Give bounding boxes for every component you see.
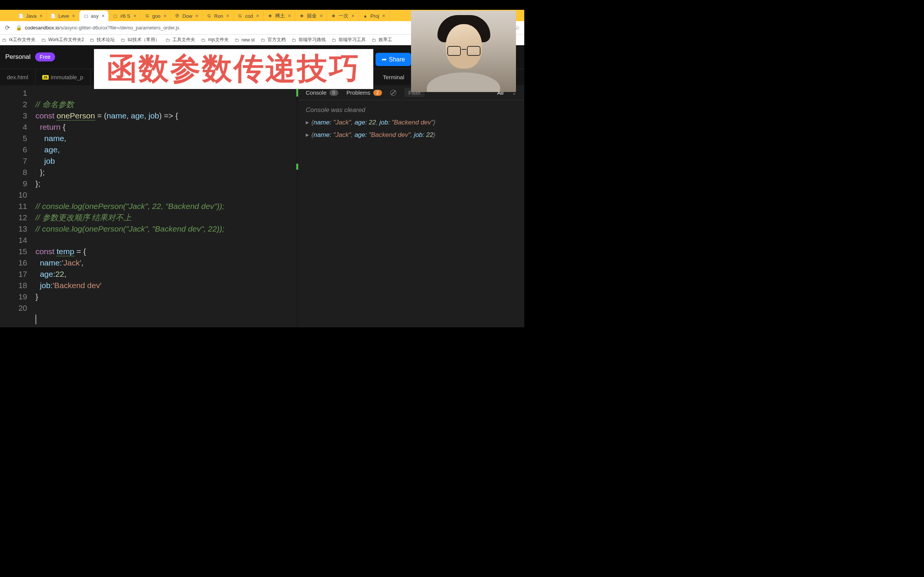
tab-title: Ron [215, 13, 223, 19]
bookmark-label: 前端学习路线 [299, 37, 326, 43]
bookmark-folder[interactable]: 🗀官方文档 [261, 37, 286, 43]
share-button[interactable]: ➦ Share [376, 53, 411, 66]
bookmark-folder[interactable]: 🗀前端学习路线 [292, 37, 326, 43]
js-file-icon: JS [42, 75, 49, 80]
tab-title: goo [152, 13, 160, 19]
lock-icon: 🔒 [16, 25, 22, 31]
tab-title: Leve [58, 13, 69, 19]
tab-title: 稀土 [275, 13, 285, 19]
bookmark-label: 前端学习工具 [339, 37, 366, 43]
tab-title: asy [91, 13, 99, 19]
bookmark-label: new st [242, 37, 255, 43]
browser-tab[interactable]: 📄Java× [15, 11, 47, 21]
favicon: ❋ [331, 13, 336, 19]
favicon: ▲ [362, 13, 368, 19]
share-icon: ➦ [381, 56, 386, 63]
terminal-tab[interactable]: Terminal [376, 74, 411, 80]
favicon: G [207, 13, 212, 19]
browser-tab[interactable]: ▢asy× [79, 11, 108, 21]
favicon: ❋ [299, 13, 305, 19]
close-tab-icon[interactable]: × [39, 13, 42, 19]
bookmark-folder[interactable]: 🗀前端学习工具 [332, 37, 366, 43]
url-field[interactable]: 🔒 codesandbox.io/s/async-glitter-d6urox?… [16, 25, 460, 31]
close-tab-icon[interactable]: × [133, 13, 136, 19]
browser-tab[interactable]: Ggoo× [141, 11, 171, 21]
browser-tab[interactable]: ❋稀土× [263, 11, 295, 21]
bookmark-label: 技术论坛 [97, 37, 115, 43]
bookmark-label: bz技术（常用） [128, 37, 160, 43]
close-tab-icon[interactable]: × [351, 13, 354, 19]
console-object-row[interactable]: ▸ {name: "Jack", age: "Backend dev", job… [306, 129, 517, 141]
bookmark-folder[interactable]: 🗀new st [235, 37, 255, 43]
folder-icon: 🗀 [261, 37, 265, 43]
favicon: 📄 [50, 13, 56, 19]
browser-tab[interactable]: ❋一次× [327, 11, 359, 21]
close-tab-icon[interactable]: × [226, 13, 229, 19]
console-count-badge: 0 [330, 90, 338, 96]
bookmark-folder[interactable]: 🗀技术论坛 [90, 37, 115, 43]
tab-title: Java [26, 13, 36, 19]
browser-tab[interactable]: ▢#6 S× [108, 11, 141, 21]
code-editor[interactable]: 1234567891011121314151617181920 // 命名参数 … [0, 85, 298, 327]
plan-badge: Free [35, 52, 55, 61]
url-host: codesandbox.io [25, 25, 59, 31]
close-tab-icon[interactable]: × [288, 13, 291, 19]
browser-tab[interactable]: Gcod× [234, 11, 263, 21]
problems-count-badge: 2 [373, 90, 382, 96]
expand-triangle-icon[interactable]: ▸ [306, 131, 309, 139]
close-tab-icon[interactable]: × [163, 13, 166, 19]
browser-tab[interactable]: ❋掘金× [295, 11, 327, 21]
bookmark-folder[interactable]: 🗀效率工 [372, 37, 392, 43]
folder-icon: 🗀 [332, 37, 336, 43]
folder-icon: 🗀 [42, 37, 46, 43]
close-tab-icon[interactable]: × [102, 13, 105, 19]
favicon: 📄 [18, 13, 24, 19]
share-button-label: Share [389, 56, 405, 63]
favicon: ▢ [83, 13, 89, 19]
favicon: ❋ [267, 13, 273, 19]
tab-title: #6 S [120, 13, 130, 19]
bookmark-label: rk工作文件夹 [9, 37, 36, 43]
browser-tab[interactable]: ⦿Dow× [171, 11, 202, 21]
folder-icon: 🗀 [121, 37, 125, 43]
console-output: Console was cleared ▸ {name: "Jack", age… [298, 100, 524, 145]
editor-tab-index-html[interactable]: dex.html [0, 69, 36, 85]
bookmark-folder[interactable]: 🗀bz技术（常用） [121, 37, 160, 43]
close-tab-icon[interactable]: × [320, 13, 323, 19]
bookmark-label: Work工作文件夹2 [48, 37, 84, 43]
devtools-panel: Console0 Problems2 Filter All ⌄ Console … [298, 85, 524, 327]
tab-title: Proj [370, 13, 379, 19]
folder-icon: 🗀 [235, 37, 239, 43]
bookmark-folder[interactable]: 🗀mjs文件夹 [201, 37, 229, 43]
bookmark-label: 工具文件夹 [173, 37, 195, 43]
folder-icon: 🗀 [292, 37, 296, 43]
folder-icon: 🗀 [201, 37, 206, 43]
reload-icon[interactable]: ⟳ [4, 24, 11, 31]
tab-title: Dow [182, 13, 192, 19]
console-tab[interactable]: Console0 [306, 89, 338, 96]
editor-tab-immutable[interactable]: JSimmutable_p [36, 69, 90, 85]
browser-tab[interactable]: ▲Proj× [359, 11, 389, 21]
browser-tab[interactable]: 📄Leve× [47, 11, 79, 21]
video-overlay-title: 函数参数传递技巧 [94, 49, 373, 89]
console-object-row[interactable]: ▸ {name: "Jack", age: 22, job: "Backend … [306, 116, 517, 129]
console-cleared-msg: Console was cleared [306, 104, 517, 116]
tab-title: 掘金 [307, 13, 317, 19]
bookmark-folder[interactable]: 🗀rk工作文件夹 [2, 37, 36, 43]
bookmark-folder[interactable]: 🗀Work工作文件夹2 [42, 37, 84, 43]
close-tab-icon[interactable]: × [72, 13, 75, 19]
code-content[interactable]: // 命名参数 const onePerson = (name, age, jo… [36, 85, 298, 327]
close-tab-icon[interactable]: × [382, 13, 385, 19]
bookmark-folder[interactable]: 🗀工具文件夹 [166, 37, 195, 43]
bookmark-label: 官方文档 [268, 37, 286, 43]
text-cursor [36, 314, 36, 324]
close-tab-icon[interactable]: × [195, 13, 198, 19]
clear-console-icon[interactable] [390, 90, 396, 96]
browser-tab[interactable]: GRon× [203, 11, 234, 21]
close-tab-icon[interactable]: × [256, 13, 259, 19]
tab-title: 一次 [339, 13, 348, 19]
problems-tab[interactable]: Problems2 [347, 89, 382, 96]
workspace-label[interactable]: Personal [5, 53, 31, 61]
tab-title: cod [246, 13, 253, 19]
expand-triangle-icon[interactable]: ▸ [306, 118, 309, 126]
